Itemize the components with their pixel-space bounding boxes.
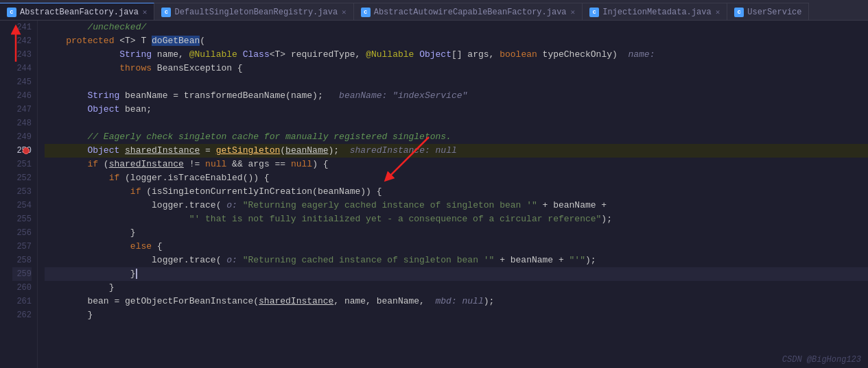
tab-label: UserService (747, 8, 801, 17)
tab-label: AbstractBeanFactory.java (20, 8, 139, 17)
code-line-253: if (isSingletonCurrentlyInCreation(beanN… (45, 185, 868, 199)
file-icon: c (361, 8, 371, 17)
line-num-257: 257 (12, 240, 32, 254)
line-num-251: 251 (12, 158, 32, 171)
code-line-257: else { (45, 240, 868, 254)
line-num-248: 248 (12, 116, 32, 130)
code-line-261: bean = getObjectForBeanInstance(sharedIn… (45, 295, 868, 308)
watermark: CSDN @BigHong123 (782, 355, 861, 365)
code-line-242: protected <T> T doGetBean( (45, 34, 868, 48)
code-line-262: } (45, 308, 868, 322)
tab-label: InjectionMetadata.java (602, 8, 711, 17)
line-num-262: 262 (12, 308, 32, 322)
close-icon[interactable]: ✕ (716, 8, 720, 16)
code-line-247: Object bean; (45, 103, 868, 116)
tab-abstract-autowire[interactable]: c AbstractAutowireCapableBeanFactory.jav… (354, 3, 583, 21)
code-line-255: "' that is not fully initialized yet - a… (45, 212, 868, 226)
annotation-arrow-1 (3, 24, 24, 65)
code-line-260: } (45, 281, 868, 295)
code-content: /unchecked/ protected <T> T doGetBean( S… (38, 21, 868, 368)
line-num-260: 260 (12, 281, 32, 295)
file-icon: c (734, 8, 744, 17)
code-line-259: } (45, 267, 868, 281)
code-line-248 (45, 116, 868, 130)
tab-label: AbstractAutowireCapableBeanFactory.java (374, 8, 567, 17)
tab-abstract-bean-factory[interactable]: c AbstractBeanFactory.java ✕ (0, 3, 154, 21)
code-line-249: // Eagerly check singleton cache for man… (45, 130, 868, 144)
code-line-241: /unchecked/ (45, 21, 868, 34)
code-line-244: throws BeansException { (45, 62, 868, 75)
code-line-254: logger.trace( o: "Returning eagerly cach… (45, 199, 868, 212)
line-num-254: 254 (12, 199, 32, 212)
close-icon[interactable]: ✕ (143, 8, 148, 16)
tab-label: DefaultSingletonBeanRegistry.java (174, 8, 338, 17)
code-line-251: if (sharedInstance != null && args == nu… (45, 158, 868, 171)
line-num-255: 255 (12, 212, 32, 226)
line-num-245: 245 (12, 75, 32, 89)
code-line-246: String beanName = transformedBeanName(na… (45, 89, 868, 103)
line-num-261: 261 (12, 295, 32, 308)
line-gutter: 241 242 243 244 245 246 247 248 249 250 … (0, 21, 38, 368)
editor-window: c AbstractBeanFactory.java ✕ c DefaultSi… (0, 0, 868, 368)
file-icon: c (589, 8, 599, 17)
code-line-256: } (45, 226, 868, 240)
tab-injection-metadata[interactable]: c InjectionMetadata.java ✕ (583, 3, 727, 21)
file-icon: c (7, 8, 16, 17)
line-num-250: 250 (12, 144, 32, 158)
line-num-258: 258 (12, 254, 32, 267)
line-num-252: 252 (12, 171, 32, 185)
tab-user-service[interactable]: c UserService (727, 3, 809, 21)
editor-body: 241 242 243 244 245 246 247 248 249 250 … (0, 21, 868, 368)
code-line-252: if (logger.isTraceEnabled()) { (45, 171, 868, 185)
close-icon[interactable]: ✕ (571, 8, 576, 16)
line-num-259: 259 (12, 267, 32, 281)
line-num-246: 246 (12, 89, 32, 103)
breakpoint-icon (23, 147, 30, 154)
close-icon[interactable]: ✕ (342, 8, 347, 16)
code-line-243: String name, @Nullable Class<T> required… (45, 48, 868, 62)
code-line-250: Object sharedInstance = getSingleton(bea… (45, 144, 868, 158)
code-line-258: logger.trace( o: "Returning cached insta… (45, 254, 868, 267)
line-num-247: 247 (12, 103, 32, 116)
line-num-256: 256 (12, 226, 32, 240)
tab-bar[interactable]: c AbstractBeanFactory.java ✕ c DefaultSi… (0, 0, 868, 21)
file-icon: c (161, 8, 171, 17)
line-num-253: 253 (12, 185, 32, 199)
code-line-245 (45, 75, 868, 89)
line-num-249: 249 (12, 130, 32, 144)
tab-default-singleton[interactable]: c DefaultSingletonBeanRegistry.java ✕ (154, 3, 353, 21)
